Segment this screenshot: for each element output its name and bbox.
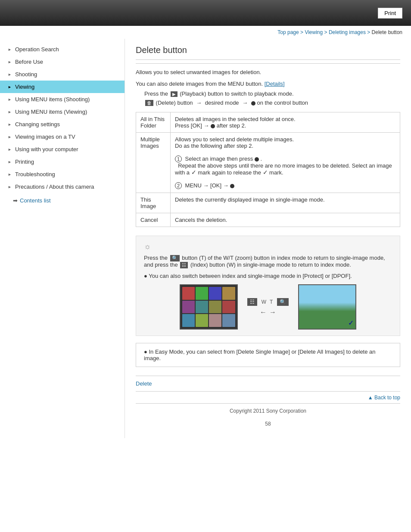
arrow-icon: ►: [8, 47, 12, 52]
delete-link[interactable]: Delete: [136, 380, 152, 387]
sidebar-item-using-computer[interactable]: ► Using with your computer: [0, 143, 125, 156]
contents-list-link[interactable]: ➡ Contents list: [13, 197, 120, 204]
sidebar-item-label: Using MENU items (Shooting): [15, 96, 90, 103]
arrow-icon: ►: [8, 147, 12, 152]
arrow-icon: ►: [8, 60, 12, 64]
sidebar-item-viewing[interactable]: ► Viewing: [0, 81, 125, 93]
control-dot: [251, 101, 255, 106]
copyright-text: Copyright 2011 Sony Corporation: [136, 403, 400, 418]
breadcrumb: Top page > Viewing > Deleting images > D…: [0, 26, 411, 39]
sidebar-item-changing-settings[interactable]: ► Changing settings: [0, 118, 125, 131]
magnify-icon: 🔍: [277, 298, 289, 306]
note-box: ● In Easy Mode, you can select from [Del…: [136, 343, 400, 367]
table-cell-label: Multiple Images: [136, 133, 171, 193]
back-to-top-link[interactable]: ▲ Back to top: [368, 395, 400, 401]
print-button[interactable]: Print: [378, 8, 402, 19]
table-cell-label: Cancel: [136, 213, 171, 227]
table-cell-label: All in This Folder: [136, 112, 171, 133]
sidebar-item-label: Shooting: [15, 71, 37, 78]
sidebar-item-label: Viewing: [15, 84, 34, 90]
breadcrumb-deleting[interactable]: Deleting images: [329, 29, 366, 35]
table-cell-content: Allows you to select and delete multiple…: [171, 133, 400, 193]
step-number: 1: [175, 156, 182, 162]
breadcrumb-viewing[interactable]: Viewing: [305, 29, 323, 35]
arrow-icon: ►: [8, 135, 12, 139]
description-line2: You can also delete images from the MENU…: [136, 81, 400, 87]
table-row: Cancel Cancels the deletion.: [136, 213, 400, 227]
sidebar-item-printing[interactable]: ► Printing: [0, 156, 125, 168]
dot-icon: [211, 124, 215, 128]
sidebar-item-viewing-tv[interactable]: ► Viewing images on a TV: [0, 131, 125, 143]
w-label: W: [262, 299, 266, 305]
step1-text: Press the ▶ (Playback) button to switch …: [144, 90, 400, 97]
right-arrow-icon: →: [269, 308, 276, 316]
arrow-right-icon: ➡: [13, 197, 18, 204]
delete-options-table: All in This Folder Deletes all images in…: [136, 112, 400, 227]
step-number: 2: [175, 182, 182, 189]
sidebar-item-before-use[interactable]: ► Before Use: [0, 56, 125, 68]
note-text: ● In Easy Mode, you can select from [Del…: [144, 348, 376, 361]
header: Print: [0, 0, 411, 26]
tip-images: ☷ W T 🔍 ← → ✓: [144, 284, 392, 330]
left-arrow-icon: ←: [260, 308, 267, 316]
tip-box: ☼ Press the 🔍 button (T) of the W/T (zoo…: [136, 236, 400, 336]
dot-icon: [230, 184, 234, 188]
sidebar-item-label: Operation Search: [15, 46, 59, 53]
arrow-icon: ►: [8, 160, 12, 164]
tip-text1: Press the 🔍 button (T) of the W/T (zoom)…: [144, 255, 392, 268]
arrow-icon: ►: [8, 185, 12, 189]
index-btn-icon: ☷: [247, 298, 257, 306]
back-to-top-section: ▲ Back to top: [136, 391, 400, 403]
details-link[interactable]: [Details]: [265, 81, 285, 87]
zoom-t-icon: 🔍: [170, 255, 180, 261]
table-row: Multiple Images Allows you to select and…: [136, 133, 400, 193]
related-link-section: Delete: [136, 376, 400, 389]
description-line1: Allows you to select unwanted images for…: [136, 69, 400, 75]
t-label: T: [270, 299, 273, 305]
grid-view-image: [180, 284, 238, 330]
index-icon: ☷: [180, 262, 188, 268]
tip-text2: ● You can also switch between index and …: [144, 273, 392, 279]
sidebar-item-label: Changing settings: [15, 121, 60, 128]
page-title: Delete button: [136, 45, 400, 60]
page-number: 58: [136, 418, 400, 429]
arrow-icon: ►: [8, 172, 12, 177]
sidebar-item-label: Using with your computer: [15, 146, 78, 152]
breadcrumb-top[interactable]: Top page: [277, 29, 299, 35]
single-view-image: ✓: [298, 284, 356, 330]
main-content: Delete button Allows you to select unwan…: [125, 39, 411, 438]
sidebar-item-menu-viewing[interactable]: ► Using MENU items (Viewing): [0, 106, 125, 118]
table-row: This Image Deletes the currently display…: [136, 193, 400, 213]
table-cell-content: Deletes all images in the selected folde…: [171, 112, 400, 133]
tip-icon: ☼: [144, 242, 392, 251]
table-cell-label: This Image: [136, 193, 171, 213]
arrow-icon: ►: [8, 97, 12, 102]
sidebar-item-label: Troubleshooting: [15, 171, 55, 177]
page-layout: ► Operation Search ► Before Use ► Shooti…: [0, 39, 411, 438]
zoom-controls: ☷ W T 🔍 ← →: [246, 298, 290, 316]
sidebar-item-operation-search[interactable]: ► Operation Search: [0, 43, 125, 56]
checkmark-icon: ✓: [348, 319, 354, 327]
sidebar-item-troubleshooting[interactable]: ► Troubleshooting: [0, 168, 125, 180]
arrow-icon: ►: [8, 122, 12, 127]
step2-text: 🗑 (Delete) button → desired mode → on th…: [144, 100, 400, 106]
sidebar-item-label: Precautions / About this camera: [15, 184, 94, 190]
dot-icon: [255, 157, 259, 162]
arrow-icon: ►: [8, 85, 12, 89]
breadcrumb-current: Delete button: [372, 29, 402, 35]
delete-icon: 🗑: [145, 100, 153, 106]
contents-list-link-container: ➡ Contents list: [0, 193, 125, 208]
sidebar-item-label: Before Use: [15, 59, 43, 65]
sidebar-item-precautions[interactable]: ► Precautions / About this camera: [0, 180, 125, 193]
sidebar-item-label: Viewing images on a TV: [15, 134, 75, 140]
table-cell-content: Deletes the currently displayed image in…: [171, 193, 400, 213]
sidebar: ► Operation Search ► Before Use ► Shooti…: [0, 39, 125, 438]
arrow-icon: ►: [8, 110, 12, 114]
arrow-icons: ← →: [260, 308, 276, 316]
sidebar-item-label: Using MENU items (Viewing): [15, 109, 87, 115]
sidebar-item-shooting[interactable]: ► Shooting: [0, 68, 125, 81]
arrow-icon: ►: [8, 72, 12, 77]
sidebar-item-menu-shooting[interactable]: ► Using MENU items (Shooting): [0, 93, 125, 106]
table-row: All in This Folder Deletes all images in…: [136, 112, 400, 133]
sidebar-item-label: Printing: [15, 159, 34, 165]
